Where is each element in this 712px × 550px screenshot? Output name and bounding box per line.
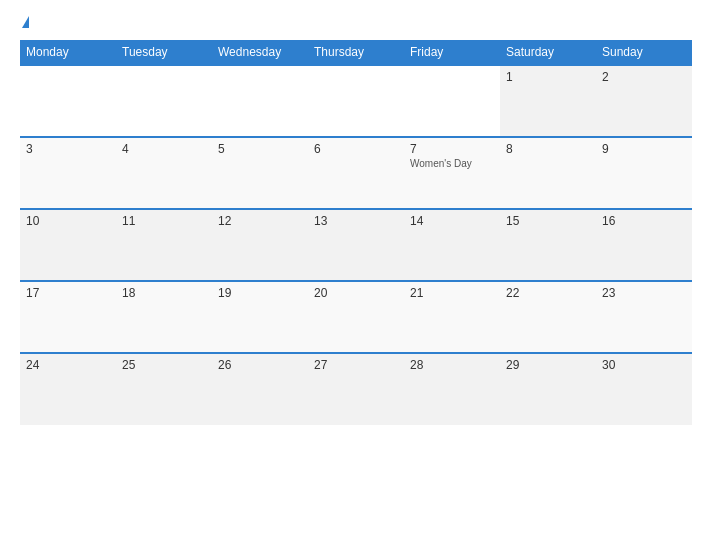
week-row-2: 34567Women's Day89	[20, 137, 692, 209]
calendar-cell: 21	[404, 281, 500, 353]
day-number: 21	[410, 286, 494, 300]
day-event: Women's Day	[410, 158, 494, 169]
day-number: 7	[410, 142, 494, 156]
calendar-cell: 24	[20, 353, 116, 425]
calendar-cell: 15	[500, 209, 596, 281]
week-row-3: 10111213141516	[20, 209, 692, 281]
header	[20, 16, 692, 28]
calendar-cell: 11	[116, 209, 212, 281]
calendar-cell: 19	[212, 281, 308, 353]
day-number: 15	[506, 214, 590, 228]
calendar-cell: 30	[596, 353, 692, 425]
calendar-cell: 6	[308, 137, 404, 209]
day-number: 28	[410, 358, 494, 372]
day-number: 29	[506, 358, 590, 372]
calendar-cell: 22	[500, 281, 596, 353]
day-number: 23	[602, 286, 686, 300]
calendar-cell: 8	[500, 137, 596, 209]
day-number: 2	[602, 70, 686, 84]
day-number: 11	[122, 214, 206, 228]
week-row-4: 17181920212223	[20, 281, 692, 353]
calendar-cell: 17	[20, 281, 116, 353]
day-number: 30	[602, 358, 686, 372]
day-number: 1	[506, 70, 590, 84]
calendar-cell: 10	[20, 209, 116, 281]
logo	[20, 16, 29, 28]
calendar-cell: 12	[212, 209, 308, 281]
day-number: 25	[122, 358, 206, 372]
weekday-header-saturday: Saturday	[500, 40, 596, 65]
calendar-cell	[20, 65, 116, 137]
day-number: 10	[26, 214, 110, 228]
day-number: 5	[218, 142, 302, 156]
calendar-table: MondayTuesdayWednesdayThursdayFridaySatu…	[20, 40, 692, 425]
day-number: 24	[26, 358, 110, 372]
day-number: 20	[314, 286, 398, 300]
day-number: 6	[314, 142, 398, 156]
calendar-cell: 26	[212, 353, 308, 425]
calendar-cell	[404, 65, 500, 137]
calendar-cell: 20	[308, 281, 404, 353]
week-row-1: 12	[20, 65, 692, 137]
calendar-cell	[212, 65, 308, 137]
calendar-cell: 4	[116, 137, 212, 209]
day-number: 18	[122, 286, 206, 300]
calendar-cell: 18	[116, 281, 212, 353]
weekday-header-wednesday: Wednesday	[212, 40, 308, 65]
day-number: 12	[218, 214, 302, 228]
calendar-cell: 7Women's Day	[404, 137, 500, 209]
day-number: 4	[122, 142, 206, 156]
calendar-cell: 3	[20, 137, 116, 209]
calendar-cell: 1	[500, 65, 596, 137]
calendar-cell: 16	[596, 209, 692, 281]
page: MondayTuesdayWednesdayThursdayFridaySatu…	[0, 0, 712, 550]
day-number: 27	[314, 358, 398, 372]
day-number: 16	[602, 214, 686, 228]
weekday-header-row: MondayTuesdayWednesdayThursdayFridaySatu…	[20, 40, 692, 65]
calendar-cell: 5	[212, 137, 308, 209]
day-number: 17	[26, 286, 110, 300]
calendar-cell	[308, 65, 404, 137]
calendar-cell: 29	[500, 353, 596, 425]
calendar-cell	[116, 65, 212, 137]
day-number: 9	[602, 142, 686, 156]
calendar-cell: 13	[308, 209, 404, 281]
day-number: 22	[506, 286, 590, 300]
calendar-cell: 28	[404, 353, 500, 425]
day-number: 26	[218, 358, 302, 372]
logo-triangle-icon	[22, 16, 29, 28]
weekday-header-monday: Monday	[20, 40, 116, 65]
calendar-cell: 25	[116, 353, 212, 425]
day-number: 13	[314, 214, 398, 228]
calendar-cell: 23	[596, 281, 692, 353]
calendar-cell: 2	[596, 65, 692, 137]
weekday-header-friday: Friday	[404, 40, 500, 65]
day-number: 3	[26, 142, 110, 156]
week-row-5: 24252627282930	[20, 353, 692, 425]
calendar-cell: 14	[404, 209, 500, 281]
weekday-header-thursday: Thursday	[308, 40, 404, 65]
weekday-header-sunday: Sunday	[596, 40, 692, 65]
day-number: 14	[410, 214, 494, 228]
day-number: 19	[218, 286, 302, 300]
weekday-header-tuesday: Tuesday	[116, 40, 212, 65]
calendar-cell: 27	[308, 353, 404, 425]
calendar-cell: 9	[596, 137, 692, 209]
day-number: 8	[506, 142, 590, 156]
